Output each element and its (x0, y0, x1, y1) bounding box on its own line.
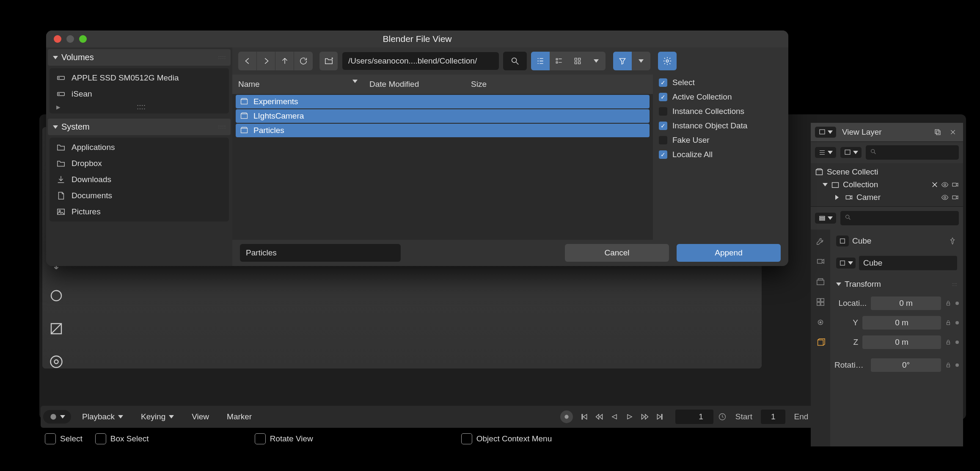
scene-collection-row[interactable]: Scene Collecti (812, 166, 961, 178)
svg-rect-56 (241, 128, 248, 133)
lock-icon[interactable] (944, 299, 953, 308)
window-title: Blender File View (46, 34, 788, 44)
transform-panel-header[interactable]: Transform:::: (834, 277, 959, 291)
view-menu[interactable]: View (185, 410, 216, 424)
tab-world-icon[interactable] (813, 315, 828, 330)
path-input[interactable]: /Users/seanocon....blend/Collection/ (342, 52, 499, 70)
tab-viewlayer-icon[interactable] (813, 295, 828, 309)
jump-end-icon[interactable] (653, 410, 667, 424)
nav-back-icon[interactable] (238, 52, 257, 70)
filter-icon[interactable] (613, 52, 632, 70)
location-x-field[interactable]: 0 m (871, 296, 941, 310)
sidebar-system-item[interactable]: Applications (51, 139, 227, 155)
folder-icon (55, 158, 66, 169)
view-list-icon[interactable] (531, 52, 550, 70)
column-date-header[interactable]: Date Modified (363, 77, 465, 91)
play-icon[interactable] (623, 410, 636, 424)
view-layer-label: View Layer (840, 127, 928, 137)
file-row[interactable]: LIghtsCamera (236, 109, 650, 123)
rotation-x-field[interactable]: 0° (871, 358, 941, 372)
auto-keying-toggle[interactable] (560, 410, 573, 423)
keying-menu[interactable]: Keying (134, 410, 181, 424)
svg-rect-36 (840, 239, 845, 244)
transform-tool-icon[interactable] (44, 349, 69, 374)
outliner-mode-dropdown[interactable] (815, 127, 836, 138)
new-view-layer-icon[interactable] (932, 126, 944, 138)
playback-menu[interactable]: Playback (75, 410, 130, 424)
location-label: Locati... (834, 299, 868, 308)
new-folder-icon[interactable] (319, 52, 338, 70)
column-size-header[interactable]: Size (465, 77, 520, 91)
append-button[interactable]: Append (677, 244, 781, 262)
view-grid-icon[interactable] (568, 52, 587, 70)
sidebar-system-item[interactable]: Pictures (51, 204, 227, 220)
timeline-mode-dropdown[interactable] (43, 410, 71, 424)
svg-rect-30 (821, 299, 824, 302)
location-z-field[interactable]: 0 m (862, 335, 941, 349)
outliner-display-dropdown[interactable] (815, 147, 836, 158)
object-type-dropdown[interactable] (836, 258, 856, 269)
cancel-button[interactable]: Cancel (565, 244, 669, 262)
keyframe-next-icon[interactable] (638, 410, 652, 424)
nav-forward-icon[interactable] (257, 52, 275, 70)
checkbox-select[interactable]: ✓Select (659, 78, 782, 87)
sidebar-volume-item[interactable]: iSean (51, 86, 227, 102)
rotate-tool-icon[interactable] (44, 283, 69, 308)
checkbox-instance-collections[interactable]: Instance Collections (659, 107, 782, 116)
lock-icon[interactable] (944, 360, 953, 370)
outliner-filter-dropdown[interactable] (840, 147, 862, 158)
pin-icon[interactable] (948, 236, 957, 246)
svg-rect-13 (845, 150, 850, 155)
sidebar-volume-item[interactable]: APPLE SSD SM0512G Media (51, 70, 227, 86)
transport-controls (577, 410, 667, 424)
file-row[interactable]: Particles (236, 124, 650, 137)
current-frame-field[interactable]: 1 (675, 410, 713, 424)
outliner-search-input[interactable] (866, 145, 959, 160)
filename-input[interactable]: Particles (240, 244, 401, 262)
titlebar[interactable]: Blender File View (46, 30, 788, 47)
checkbox-fake-user[interactable]: Fake User (659, 136, 782, 145)
properties-search-input[interactable] (840, 211, 959, 225)
collection-row[interactable]: Collection (812, 178, 961, 191)
sidebar-system-item[interactable]: Dropbox (51, 155, 227, 172)
remove-view-layer-icon[interactable] (947, 126, 959, 138)
tab-tool-icon[interactable] (813, 234, 828, 248)
checkbox-instance-object-data[interactable]: ✓Instance Object Data (659, 121, 782, 130)
scale-tool-icon[interactable] (44, 316, 69, 341)
properties-mode-dropdown[interactable] (815, 213, 836, 224)
nav-up-icon[interactable] (275, 52, 294, 70)
file-row[interactable]: Experiments (236, 95, 650, 108)
tab-object-icon[interactable] (813, 335, 828, 350)
column-name-header[interactable]: Name (232, 77, 363, 91)
jump-start-icon[interactable] (577, 410, 591, 424)
keyframe-prev-icon[interactable] (592, 410, 606, 424)
settings-gear-icon[interactable] (658, 52, 677, 70)
volumes-header[interactable]: Volumes:::: (48, 49, 231, 66)
marker-menu[interactable]: Marker (220, 410, 259, 424)
properties-tabs (811, 230, 830, 446)
sidebar-system-item[interactable]: Downloads (51, 172, 227, 188)
datablock-icon[interactable] (836, 236, 849, 247)
nav-refresh-icon[interactable] (294, 52, 313, 70)
lock-icon[interactable] (944, 318, 953, 327)
checkbox-localize-all[interactable]: ✓Localize All (659, 150, 782, 159)
svg-rect-41 (947, 365, 950, 367)
checkbox-active-collection[interactable]: ✓Active Collection (659, 92, 782, 102)
view-options-dropdown-icon[interactable] (587, 52, 606, 70)
location-y-field[interactable]: 0 m (862, 316, 941, 330)
lock-icon[interactable] (944, 338, 953, 347)
view-detail-icon[interactable] (550, 52, 568, 70)
start-frame-field[interactable]: 1 (761, 410, 786, 424)
status-select: Select (45, 433, 83, 444)
tab-render-icon[interactable] (813, 254, 828, 269)
system-header[interactable]: System:::: (48, 119, 231, 135)
clock-icon[interactable] (718, 412, 727, 421)
tab-output-icon[interactable] (813, 274, 828, 289)
filter-dropdown-icon[interactable] (632, 52, 650, 70)
play-reverse-icon[interactable] (608, 410, 621, 424)
svg-rect-32 (821, 302, 824, 305)
camera-row[interactable]: Camer (812, 191, 961, 204)
sidebar-system-item[interactable]: Documents (51, 188, 227, 204)
search-icon[interactable] (503, 52, 527, 70)
object-name-field[interactable]: Cube (859, 256, 957, 270)
